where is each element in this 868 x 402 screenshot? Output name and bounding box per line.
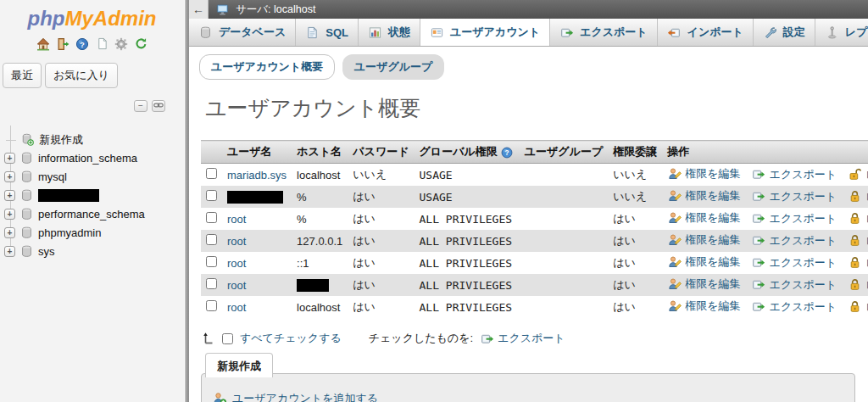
tab-sql[interactable]: SQL bbox=[296, 19, 359, 46]
export-user-link[interactable]: エクスポート bbox=[752, 167, 837, 182]
header-checkbox-column bbox=[201, 141, 222, 164]
export-user-link[interactable]: エクスポート bbox=[752, 255, 837, 271]
column-header: グローバル権限? bbox=[415, 141, 520, 164]
edit-privileges-icon bbox=[667, 299, 682, 314]
tree-item-label[interactable]: mysql bbox=[38, 170, 67, 183]
expand-icon[interactable]: + bbox=[4, 153, 15, 164]
check-all-link[interactable]: すべてチェックする bbox=[240, 331, 342, 346]
subtab-user-groups[interactable]: ユーザグループ bbox=[342, 54, 445, 80]
edit-privileges-link[interactable]: 権限を編集 bbox=[667, 276, 740, 292]
edit-privileges-link[interactable]: 権限を編集 bbox=[667, 232, 740, 248]
expand-icon[interactable]: + bbox=[4, 190, 15, 201]
tab-export[interactable]: エクスポート bbox=[550, 19, 658, 46]
row-checkbox[interactable] bbox=[206, 234, 217, 245]
check-all-checkbox[interactable] bbox=[222, 333, 233, 344]
lock-icon bbox=[848, 211, 862, 226]
row-checkbox[interactable] bbox=[206, 190, 217, 201]
export-user-link[interactable]: エクスポート bbox=[752, 233, 837, 248]
export-selected-button[interactable]: エクスポート bbox=[480, 331, 565, 346]
tree-item-label[interactable]: performance_schema bbox=[38, 208, 145, 221]
edit-privileges-link[interactable]: 権限を編集 bbox=[667, 210, 740, 226]
tree-item-label[interactable]: 新規作成 bbox=[39, 132, 83, 148]
tab-user-accounts[interactable]: ユーザアカウント bbox=[420, 19, 550, 46]
edit-privileges-link-label: 権限を編集 bbox=[685, 232, 740, 248]
lock-icon bbox=[848, 299, 862, 314]
export-user-link[interactable]: エクスポート bbox=[752, 277, 837, 293]
docs-icon[interactable] bbox=[95, 36, 109, 53]
tab-replication[interactable]: レプリケーション bbox=[815, 19, 868, 46]
export-user-link[interactable]: エクスポート bbox=[752, 299, 837, 315]
grant-cell: いいえ bbox=[608, 164, 662, 187]
username-link[interactable]: root bbox=[227, 257, 246, 270]
tree-item-mysql[interactable]: +mysql bbox=[4, 168, 184, 187]
subtab-user-accounts-overview[interactable]: ユーザアカウント概要 bbox=[199, 54, 335, 80]
username-link[interactable]: root bbox=[227, 301, 246, 314]
mini-export-icon bbox=[752, 211, 766, 226]
home-icon[interactable] bbox=[36, 36, 51, 53]
edit-privileges-link[interactable]: 権限を編集 bbox=[667, 299, 740, 314]
tree-item-label[interactable]: phpmyadmin bbox=[38, 226, 101, 239]
row-checkbox[interactable] bbox=[206, 278, 217, 289]
password-cell: いいえ bbox=[348, 164, 414, 187]
expand-icon[interactable]: + bbox=[4, 227, 15, 238]
tree-item-performance_schema[interactable]: +performance_schema bbox=[4, 205, 184, 224]
actions-cell: 権限を編集エクスポートロック bbox=[662, 296, 868, 318]
global-privileges-cell: ALL PRIVILEGES bbox=[415, 208, 520, 230]
lock-account-link[interactable]: ロック bbox=[848, 211, 868, 226]
favorites-button[interactable]: お気に入り bbox=[45, 63, 118, 88]
row-checkbox[interactable] bbox=[206, 168, 217, 179]
lock-account-link[interactable]: ロック bbox=[848, 255, 868, 271]
lock-account-link[interactable]: ロック解除 bbox=[848, 167, 868, 182]
tree-item-label[interactable]: information_schema bbox=[38, 152, 137, 165]
expand-icon[interactable]: + bbox=[4, 246, 15, 257]
export-user-link[interactable]: エクスポート bbox=[752, 211, 837, 226]
logout-icon[interactable] bbox=[56, 36, 70, 53]
export-user-link-label: エクスポート bbox=[770, 255, 837, 271]
edit-privileges-link[interactable]: 権限を編集 bbox=[667, 254, 740, 270]
tree-item-information_schema[interactable]: +information_schema bbox=[4, 149, 184, 168]
edit-privileges-icon bbox=[667, 167, 682, 181]
gear-icon[interactable] bbox=[114, 36, 129, 53]
username-link[interactable]: root bbox=[227, 235, 246, 248]
lock-account-link[interactable]: ロック bbox=[848, 189, 868, 204]
username-link[interactable]: mariadb.sys bbox=[227, 169, 287, 181]
tree-item-label[interactable]: sys bbox=[38, 245, 55, 258]
lock-account-link[interactable]: ロック bbox=[848, 277, 868, 293]
row-checkbox[interactable] bbox=[206, 300, 217, 311]
export-user-link[interactable]: エクスポート bbox=[752, 189, 837, 204]
username-link[interactable]: root bbox=[227, 213, 246, 226]
refresh-icon[interactable] bbox=[134, 36, 148, 53]
collapse-all-icon[interactable]: − bbox=[134, 100, 147, 112]
edit-privileges-link[interactable]: 権限を編集 bbox=[667, 188, 740, 204]
collapse-nav-arrow-icon[interactable]: ← bbox=[189, 0, 209, 19]
tab-import[interactable]: インポート bbox=[658, 19, 754, 46]
tree-item-phpmyadmin[interactable]: +phpmyadmin bbox=[4, 224, 184, 243]
tab-settings[interactable]: 設定 bbox=[754, 19, 815, 46]
help-globe-icon[interactable]: ? bbox=[75, 36, 90, 53]
question-icon[interactable]: ? bbox=[500, 145, 515, 159]
edit-privileges-link[interactable]: 権限を編集 bbox=[667, 166, 740, 181]
row-checkbox[interactable] bbox=[206, 256, 217, 267]
add-user-account-link[interactable]: ユーザアカウントを追加する bbox=[212, 391, 378, 402]
lock-account-link[interactable]: ロック bbox=[848, 299, 868, 315]
user-row: root::1はいALL PRIVILEGESはい権限を編集エクスポートロック bbox=[201, 252, 868, 274]
recent-button[interactable]: 最近 bbox=[3, 63, 42, 88]
server-breadcrumb[interactable]: サーバ: localhost bbox=[236, 3, 315, 17]
username-link[interactable]: root bbox=[227, 279, 246, 292]
tree-item-new-database[interactable]: 新規作成 bbox=[4, 131, 184, 149]
expand-icon[interactable]: + bbox=[4, 171, 15, 182]
tree-item-sys[interactable]: +sys bbox=[4, 243, 184, 261]
new-user-legend: 新規作成 bbox=[205, 353, 273, 377]
lock-icon bbox=[848, 255, 862, 270]
tree-item-redacted[interactable]: + bbox=[4, 187, 184, 205]
logout-icon bbox=[56, 36, 70, 51]
row-checkbox[interactable] bbox=[206, 212, 217, 223]
home-icon bbox=[36, 36, 51, 51]
tab-databases[interactable]: データベース bbox=[189, 19, 296, 46]
tab-status[interactable]: 状態 bbox=[359, 19, 420, 46]
expand-icon[interactable]: + bbox=[4, 209, 15, 220]
lock-account-link[interactable]: ロック bbox=[848, 233, 868, 248]
phpmyadmin-logo[interactable]: phpMyAdmin bbox=[0, 0, 184, 31]
export-icon bbox=[559, 25, 574, 40]
link-with-main-icon[interactable] bbox=[152, 100, 165, 112]
